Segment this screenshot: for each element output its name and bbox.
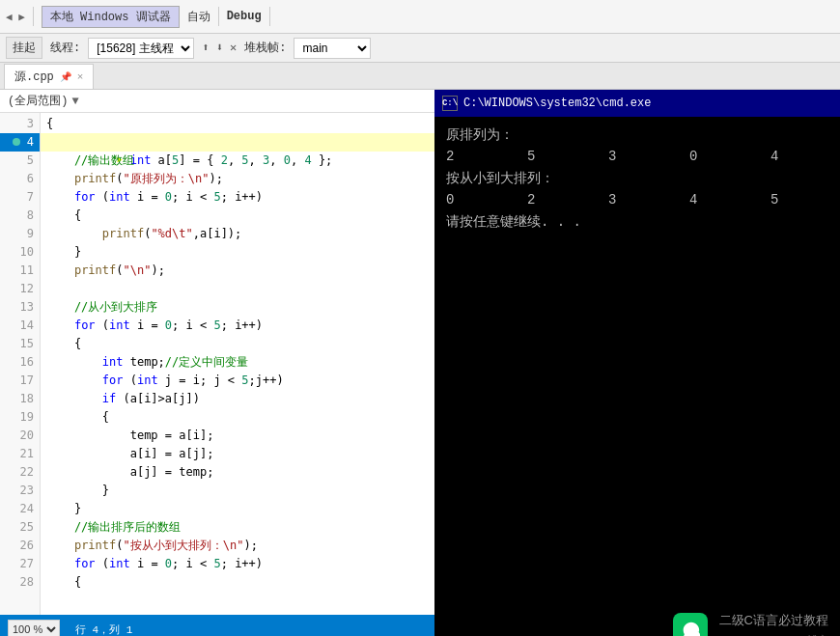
cmd-icon: C:\ [442,96,458,111]
code-panel: (全局范围) ▼ 3 4 5 6 7 8 9 10 11 12 13 14 1 [0,90,434,636]
stack-frame-label: 堆栈帧: [244,40,286,56]
window-controls: ◀ ▶ [6,11,25,23]
line-num-27: 27 [0,555,40,573]
code-line-12 [41,280,434,298]
line-num-23: 23 [0,482,40,500]
code-line-11: printf("\n"); [41,262,434,280]
line-num-7: 7 [0,188,40,207]
line-num-16: 16 [0,353,40,372]
line-num-24: 24 [0,500,40,518]
cmd-line-4: 0 2 3 4 5 [446,189,828,210]
stack-frame-dropdown[interactable]: main [294,38,371,59]
code-line-25: //输出排序后的数组 [41,518,434,537]
line-num-9: 9 [0,225,40,243]
debug-toolbar: ◀ ▶ 本地 Windows 调试器 自动 Debug [0,0,840,34]
code-line-24: } [41,500,434,518]
line-num-3: 3 [0,115,40,133]
file-tab[interactable]: 源.cpp 📌 × [4,64,94,89]
line-num-17: 17 [0,372,40,390]
tab-close-icon[interactable]: × [77,71,84,83]
cmd-title-bar: C:\ C:\WINDOWS\system32\cmd.exe [434,90,840,117]
code-line-20: temp = a[i]; [41,427,434,445]
cmd-output: 原排列为： 2 5 3 0 4 按从小到大排列： 0 2 3 4 5 请按任意键… [434,117,840,636]
code-line-17: for (int j = i; j < 5;j++) [41,372,434,390]
line-num-18: 18 [0,390,40,408]
main-container: (全局范围) ▼ 3 4 5 6 7 8 9 10 11 12 13 14 1 [0,90,840,636]
zoom-dropdown[interactable]: 100 % [8,620,60,636]
line-num-12: 12 [0,280,40,298]
code-line-15: { [41,335,434,353]
code-line-13: //从小到大排序 [41,298,434,317]
tab-windows: 本地 Windows 调试器 [42,6,180,28]
code-line-6: printf("原排列为：\n"); [41,170,434,188]
line-num-6: 6 [0,170,40,188]
line-num-11: 11 [0,262,40,280]
line-num-25: 25 [0,518,40,537]
code-line-16: int temp;//定义中间变量 [41,353,434,372]
code-line-26: printf("按从小到大排列：\n"); [41,537,434,555]
code-line-22: a[j] = temp; [41,463,434,482]
cmd-panel: C:\ C:\WINDOWS\system32\cmd.exe 原排列为： 2 … [434,90,840,636]
code-line-19: { [41,408,434,427]
code-line-8: { [41,207,434,225]
debug-mode-label: Debug [227,10,262,23]
thread-dropdown[interactable]: [15628] 主线程 [88,38,194,59]
line-num-8: 8 [0,207,40,225]
line-label: 线程: [50,40,80,56]
code-line-21: a[i] = a[j]; [41,445,434,463]
code-line-28: { [41,573,434,592]
line-num-15: 15 [0,335,40,353]
cmd-line-3: 按从小到大排列： [446,168,828,189]
wechat-icon [673,613,708,636]
line-numbers: 3 4 5 6 7 8 9 10 11 12 13 14 15 16 17 18… [0,113,41,615]
code-line-14: for (int i = 0; i < 5; i++) [41,317,434,335]
cmd-line-2: 2 5 3 0 4 [446,146,828,167]
pin-icon: 📌 [60,71,71,83]
line-num-22: 22 [0,463,40,482]
cmd-line-1: 原排列为： [446,124,828,146]
tab-bar: 源.cpp 📌 × [0,63,840,90]
scope-label: (全局范围) [8,93,68,109]
watermark-title: 二级C语言必过教程 [719,611,828,631]
watermark-subtitle: @51CTO博客 [719,632,828,636]
code-line-18: if (a[i]>a[j]) [41,390,434,408]
code-content: { ➤ int a[5] = { 2, 5, 3, 0, 4 }; //输出数组… [41,113,434,615]
cmd-title: C:\WINDOWS\system32\cmd.exe [463,97,651,110]
code-line-23: } [41,482,434,500]
scope-bar: (全局范围) ▼ [0,90,434,113]
line-num-10: 10 [0,243,40,262]
line-num-4: 4 [0,133,40,152]
line-num-28: 28 [0,573,40,592]
line-num-26: 26 [0,537,40,555]
line-num-5: 5 [0,152,40,170]
debug-bar: 挂起 线程: [15628] 主线程 ⬆ ⬇ ✕ 堆栈帧: main [0,34,840,63]
suspend-btn[interactable]: 挂起 [6,37,42,59]
code-line-27: for (int i = 0; i < 5; i++) [41,555,434,573]
code-line-7: for (int i = 0; i < 5; i++) [41,188,434,207]
cmd-line-5: 请按任意键继续. . . [446,211,828,233]
status-bar: 100 % 行 4，列 1 [0,615,434,636]
code-line-4: ➤ int a[5] = { 2, 5, 3, 0, 4 }; [41,133,434,152]
stack-icons: ⬆ ⬇ ✕ [202,41,237,55]
watermark: 二级C语言必过教程 @51CTO博客 [673,611,828,636]
status-text: 行 4，列 1 [75,622,132,637]
code-line-10: } [41,243,434,262]
line-num-20: 20 [0,427,40,445]
code-area[interactable]: 3 4 5 6 7 8 9 10 11 12 13 14 15 16 17 18… [0,113,434,615]
line-num-21: 21 [0,445,40,463]
line-num-14: 14 [0,317,40,335]
code-line-3: { [41,115,434,133]
auto-label: 自动 [187,9,210,25]
line-num-13: 13 [0,298,40,317]
tab-filename: 源.cpp [14,69,54,85]
code-line-9: printf("%d\t",a[i]); [41,225,434,243]
scope-dropdown-icon[interactable]: ▼ [71,95,78,108]
line-num-19: 19 [0,408,40,427]
